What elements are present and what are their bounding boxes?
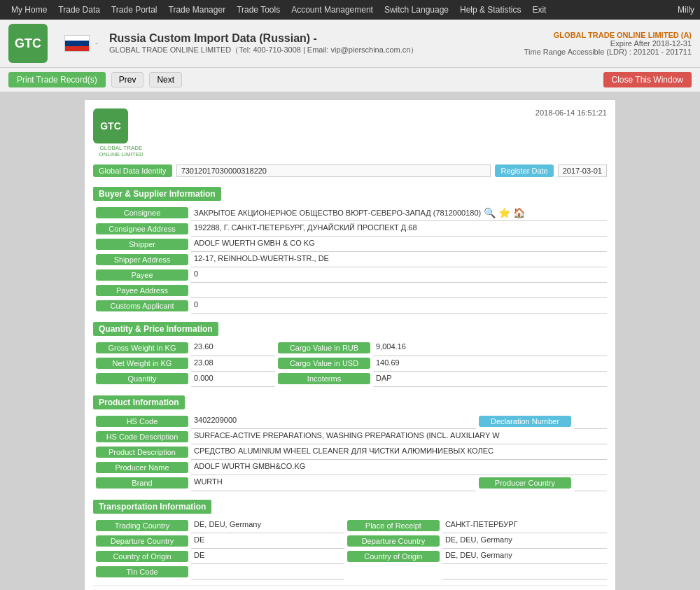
cargo-usd-label: Cargo Value in USD <box>278 358 370 369</box>
quantity-label-cell: Quantity <box>93 371 191 386</box>
product-table: HS Code 3402209000 Declaration Number HS… <box>93 414 607 491</box>
trading-country-value: DE, DEU, Germany <box>191 518 344 533</box>
consignee-value: ЗАКРЫТОЕ АКЦИОНЕРНОЕ ОБЩЕСТВО ВЮРТ-СЕВЕР… <box>194 209 481 217</box>
cargo-rub-label: Cargo Value in RUB <box>278 342 370 353</box>
quantity-label: Quantity <box>96 373 188 384</box>
table-row: Brand WURTH Producer Country <box>93 475 607 491</box>
declaration-number-label: Declaration Number <box>479 416 571 427</box>
cargo-rub-label-cell: Cargo Value in RUB <box>275 340 373 356</box>
net-weight-label-cell: Net Weight in KG <box>93 356 191 371</box>
nav-my-home[interactable]: My Home <box>6 5 52 15</box>
hs-code-value: 3402209000 <box>191 414 476 429</box>
nav-exit[interactable]: Exit <box>526 5 552 15</box>
departure-country-label-cell: Departure Country <box>93 533 191 549</box>
nav-switch-language[interactable]: Switch Language <box>379 5 454 15</box>
table-row: HS Code 3402209000 Declaration Number <box>93 414 607 429</box>
consignee-label-cell: Consignee <box>93 205 191 221</box>
payee-address-label: Payee Address <box>96 285 188 296</box>
transportation-table: Trading Country DE, DEU, Germany Place o… <box>93 518 607 580</box>
table-row: Payee Address <box>93 283 607 298</box>
table-row: Producer Name ADOLF WURTH GMBH&CO.KG <box>93 460 607 475</box>
nav-trade-tools[interactable]: Trade Tools <box>231 5 286 15</box>
table-row: HS Code Description SURFACE-ACTIVE PREPA… <box>93 429 607 444</box>
table-row: Trading Country DE, DEU, Germany Place o… <box>93 518 607 533</box>
close-button-top[interactable]: Close This Window <box>603 72 692 87</box>
country-of-origin-label: Country of Origin <box>96 551 188 562</box>
country-of-origin-right-label-cell: Country of Origin <box>344 549 442 564</box>
quantity-value: 0.000 <box>191 371 275 386</box>
consignee-value-cell: ЗАКРЫТОЕ АКЦИОНЕРНОЕ ОБЩЕСТВО ВЮРТ-СЕВЕР… <box>191 205 607 221</box>
hs-code-label: HS Code <box>96 416 188 427</box>
table-row: Product Description СРЕДСТВО ALUMINIUM W… <box>93 444 607 460</box>
shipper-label: Shipper <box>96 239 188 250</box>
russia-flag <box>64 35 90 52</box>
prev-button-top[interactable]: Prev <box>111 72 144 87</box>
search-icon-btn[interactable]: 🔍 <box>484 207 496 218</box>
top-nav: My Home Trade Data Trade Portal Trade Ma… <box>0 0 700 20</box>
product-header: Product Information <box>93 395 185 409</box>
consignee-address-label-cell: Consignee Address <box>93 221 191 237</box>
page-title-area: Russia Custom Import Data (Russian) - GL… <box>109 32 524 55</box>
place-of-receipt-label: Place of Receipt <box>347 520 440 531</box>
nav-trade-data[interactable]: Trade Data <box>52 5 106 15</box>
payee-address-value <box>191 283 607 298</box>
flag-area: - <box>64 35 98 52</box>
page-subtitle: GLOBAL TRADE ONLINE LIMITED（Tel: 400-710… <box>109 45 524 55</box>
net-weight-label: Net Weight in KG <box>96 358 188 369</box>
gross-weight-label: Gross Weight in KG <box>96 342 188 353</box>
card-logo-area: GTC GLOBAL TRADE ONLINE LIMITED <box>93 108 149 157</box>
incoterms-label-cell: Incoterms <box>275 371 373 386</box>
hs-desc-value: SURFACE-ACTIVE PREPARATIONS, WASHING PRE… <box>191 429 607 444</box>
table-row: Consignee Address 192288, Г. САНКТ-ПЕТЕР… <box>93 221 607 237</box>
table-row: Quantity 0.000 Incoterms DAP <box>93 371 607 386</box>
buyer-supplier-section: Buyer & Supplier Information Consignee З… <box>93 181 607 314</box>
cargo-usd-label-cell: Cargo Value in USD <box>275 356 373 371</box>
producer-name-value: ADOLF WURTH GMBH&CO.KG <box>191 460 607 475</box>
next-button-top[interactable]: Next <box>149 72 182 87</box>
consignee-value-row: ЗАКРЫТОЕ АКЦИОНЕРНОЕ ОБЩЕСТВО ВЮРТ-СЕВЕР… <box>194 207 604 218</box>
producer-name-label-cell: Producer Name <box>93 460 191 475</box>
tin-code-label-cell: TIn Code <box>93 564 191 580</box>
shipper-address-value: 12-17, REINHOLD-WUERTH-STR., DE <box>191 252 607 267</box>
cargo-rub-value: 9,004.16 <box>373 340 607 356</box>
print-button-top[interactable]: Print Trade Record(s) <box>8 72 106 87</box>
hs-code-label-cell: HS Code <box>93 414 191 429</box>
product-desc-label-cell: Product Description <box>93 444 191 460</box>
decl-number-value <box>574 414 607 429</box>
country-of-origin-right-value: DE, DEU, Germany <box>442 549 607 564</box>
tin-code-label: TIn Code <box>96 566 188 577</box>
gross-weight-value: 23.60 <box>191 340 275 356</box>
top-toolbar: Print Trade Record(s) Prev Next Close Th… <box>0 68 700 92</box>
table-row: Country of Origin DE Country of Origin D… <box>93 549 607 564</box>
brand-label-cell: Brand <box>93 475 191 491</box>
card-logo-text: GLOBAL TRADE ONLINE LIMITED <box>93 145 149 157</box>
table-row: Shipper ADOLF WUERTH GMBH & CO KG <box>93 237 607 252</box>
nav-trade-portal[interactable]: Trade Portal <box>106 5 163 15</box>
home-icon-btn[interactable]: 🏠 <box>513 207 525 218</box>
net-weight-value: 23.08 <box>191 356 275 371</box>
nav-account-management[interactable]: Account Management <box>286 5 379 15</box>
producer-country-label: Producer Country <box>479 477 571 489</box>
trading-country-label: Trading Country <box>96 520 188 531</box>
table-row: Consignee ЗАКРЫТОЕ АКЦИОНЕРНОЕ ОБЩЕСТВО … <box>93 205 607 221</box>
nav-trade-manager[interactable]: Trade Manager <box>163 5 232 15</box>
nav-help-statistics[interactable]: Help & Statistics <box>454 5 526 15</box>
payee-label-cell: Payee <box>93 267 191 283</box>
shipper-label-cell: Shipper <box>93 237 191 252</box>
customs-applicant-value: 0 <box>191 298 607 314</box>
gtc-logo: GTC <box>8 24 48 63</box>
hs-desc-label-cell: HS Code Description <box>93 429 191 444</box>
country-of-origin-value: DE <box>191 549 344 564</box>
card-header: GTC GLOBAL TRADE ONLINE LIMITED 2018-06-… <box>93 108 607 157</box>
customs-applicant-label-cell: Customs Applicant <box>93 298 191 314</box>
departure-country-value: DE <box>191 533 344 549</box>
customs-applicant-label: Customs Applicant <box>96 300 188 311</box>
star-icon-btn[interactable]: ⭐ <box>498 207 510 218</box>
main-content: GTC GLOBAL TRADE ONLINE LIMITED 2018-06-… <box>0 92 700 590</box>
buyer-supplier-table: Consignee ЗАКРЫТОЕ АКЦИОНЕРНОЕ ОБЩЕСТВО … <box>93 205 607 314</box>
tin-code-right-value <box>442 564 607 580</box>
table-row: Customs Applicant 0 <box>93 298 607 314</box>
product-section: Product Information HS Code 3402209000 D… <box>93 390 607 491</box>
brand-label: Brand <box>96 477 188 489</box>
flag-separator: - <box>95 38 98 48</box>
